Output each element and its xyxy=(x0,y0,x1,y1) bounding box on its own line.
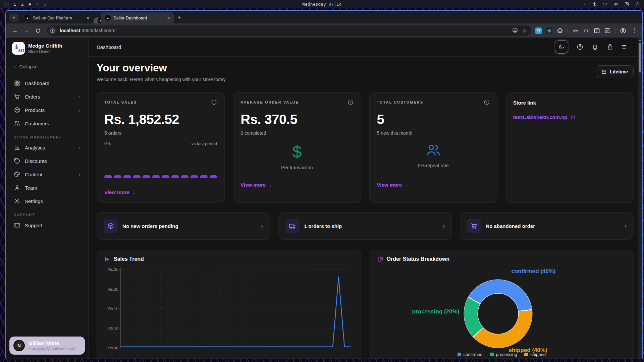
sidebar-collapse-button[interactable]: ‹ Collapse xyxy=(6,59,88,74)
donut-chart[interactable] xyxy=(464,280,532,348)
wifi-icon[interactable] xyxy=(603,2,608,7)
workspace-3-active[interactable]: ● xyxy=(29,2,31,6)
scrollbar[interactable]: ▲ xyxy=(638,38,642,359)
user-icon xyxy=(14,184,20,191)
reload-button[interactable] xyxy=(33,25,43,36)
layout-table-icon[interactable] xyxy=(594,27,600,34)
tag-icon xyxy=(14,158,20,164)
sidebar-item-content[interactable]: Content › xyxy=(9,168,85,181)
stat-caption: Per transaction xyxy=(233,165,361,170)
users-icon xyxy=(425,142,441,158)
react-devtools-icon[interactable] xyxy=(546,27,552,34)
settings-tray-icon[interactable] xyxy=(624,2,629,7)
extension-ft-icon[interactable]: FT xyxy=(535,27,542,34)
chart-title: Sales Trend xyxy=(114,256,144,262)
tray-chevron-icon[interactable]: ‹ xyxy=(584,2,586,7)
notifications-bell-icon[interactable] xyxy=(592,44,598,50)
info-icon[interactable] xyxy=(347,99,354,105)
stat-value: Rs. 1,852.52 xyxy=(104,112,217,127)
profile-avatar-icon[interactable] xyxy=(620,27,626,34)
palette-icon xyxy=(14,171,20,178)
sidebar-item-orders[interactable]: Orders › xyxy=(9,90,85,103)
page-title: Your overview xyxy=(97,62,634,74)
gear-icon xyxy=(14,198,20,204)
abandoned-order-banner[interactable]: No abandoned order › xyxy=(460,212,634,240)
pie-chart-icon xyxy=(377,256,383,262)
bookmark-star-icon[interactable]: ☆ xyxy=(522,28,527,34)
chevron-right-icon: › xyxy=(79,172,80,177)
install-app-icon[interactable] xyxy=(512,28,518,34)
battery-icon[interactable] xyxy=(635,2,640,7)
divider xyxy=(568,27,568,34)
hamburger-menu-icon[interactable]: ≡ xyxy=(622,43,626,51)
date-range-button[interactable]: Lifetime xyxy=(596,65,634,78)
donut-hole xyxy=(478,294,518,334)
toolbar-extensions: FT ⋮ xyxy=(535,27,638,34)
user-role: Store Owner xyxy=(28,49,62,54)
user-toast[interactable]: N Gillian White fimizyjoqo@mailinator.co… xyxy=(9,337,85,355)
extensions-puzzle-icon[interactable] xyxy=(557,27,563,34)
help-icon[interactable] xyxy=(577,44,583,50)
browser-menu-icon[interactable]: ⋮ xyxy=(631,27,638,34)
sidebar-item-discounts[interactable]: Discounts xyxy=(9,154,85,168)
view-more-link[interactable]: View more → xyxy=(104,189,136,195)
reading-list-icon[interactable] xyxy=(604,27,611,34)
site-info-icon[interactable] xyxy=(48,26,57,35)
store-owner-profile[interactable]: ast Medge Griffith Store Owner xyxy=(6,38,88,59)
workspace-5[interactable]: 5 xyxy=(44,2,46,7)
ticket-icon xyxy=(14,222,20,229)
devtools-code-icon[interactable] xyxy=(583,27,589,34)
tab-seller-portal[interactable]: ▲ Seller Portal - Authentic × xyxy=(94,17,101,23)
address-bar[interactable]: localhost:3000/dashboard ☆ xyxy=(47,25,531,36)
toast-user-name: Gillian White xyxy=(29,340,76,346)
dark-mode-toggle[interactable] xyxy=(555,40,568,54)
info-icon[interactable] xyxy=(211,99,217,105)
scrollbar-thumb[interactable] xyxy=(639,43,641,72)
new-tab-button[interactable]: + xyxy=(177,14,181,21)
bar-chart-icon xyxy=(104,256,110,262)
view-more-link[interactable]: View more → xyxy=(240,182,272,188)
close-icon[interactable]: × xyxy=(166,15,171,21)
sidebar-item-dashboard[interactable]: Dashboard xyxy=(9,76,85,90)
divider xyxy=(615,27,615,34)
workspace-2[interactable]: 2 xyxy=(21,2,24,7)
sidebar-item-analytics[interactable]: Analytics › xyxy=(9,141,85,154)
stat-value: Rs. 370.5 xyxy=(240,112,353,127)
close-icon[interactable]: × xyxy=(86,15,90,21)
view-more-link[interactable]: View more → xyxy=(377,182,409,188)
scroll-up-icon[interactable]: ▲ xyxy=(639,39,641,42)
sidebar-item-products[interactable]: Products › xyxy=(9,103,85,117)
workspace-1[interactable]: 1 xyxy=(13,2,16,7)
alert-banners: No new orders pending › 1 orders to ship… xyxy=(97,212,634,240)
orders-to-ship-banner[interactable]: 1 orders to ship › xyxy=(278,212,452,240)
tab-favicon: ▲ xyxy=(105,15,111,21)
sidebar-item-team[interactable]: Team xyxy=(9,181,85,194)
workspaces-icon xyxy=(4,2,8,6)
stat-sub: 5 new this month xyxy=(377,130,490,136)
workspace-4[interactable]: 4 xyxy=(36,2,39,7)
external-link-icon xyxy=(570,115,576,120)
pending-orders-banner[interactable]: No new orders pending › xyxy=(97,212,270,240)
tab-seller-dashboard[interactable]: ▲ Seller Dashboard × xyxy=(101,12,174,23)
total-sales-card: TOTAL SALES Rs. 1,852.52 5 orders 0% vs … xyxy=(97,92,225,203)
store-link-url[interactable]: test1.abishekn.com.np xyxy=(513,114,626,120)
forward-button[interactable]: → xyxy=(21,25,32,36)
sidebar-item-support[interactable]: Support xyxy=(9,219,85,232)
svg-text:Rs.0k: Rs.0k xyxy=(108,346,118,350)
tab-sell-on-our-platform[interactable]: ▲ Sell on Our Platform × xyxy=(20,12,94,23)
box-icon xyxy=(14,107,20,113)
volume-icon[interactable] xyxy=(613,2,619,7)
store-bag-icon[interactable] xyxy=(607,44,613,50)
stats-grid: TOTAL SALES Rs. 1,852.52 5 orders 0% vs … xyxy=(97,92,634,203)
bluetooth-icon[interactable] xyxy=(592,2,597,7)
tab-search-button[interactable]: ∨ xyxy=(9,13,18,22)
legend-swatch xyxy=(458,353,461,356)
calendar-icon xyxy=(601,69,607,74)
info-icon[interactable] xyxy=(484,99,490,105)
sidebar-item-settings[interactable]: Settings xyxy=(9,194,85,208)
sidebar-item-customers[interactable]: Customers xyxy=(9,117,85,130)
password-key-icon[interactable] xyxy=(572,27,579,34)
back-button[interactable]: ← xyxy=(10,25,20,36)
tab-title: Seller Dashboard xyxy=(113,15,164,20)
stat-label: TOTAL CUSTOMERS xyxy=(377,100,424,104)
